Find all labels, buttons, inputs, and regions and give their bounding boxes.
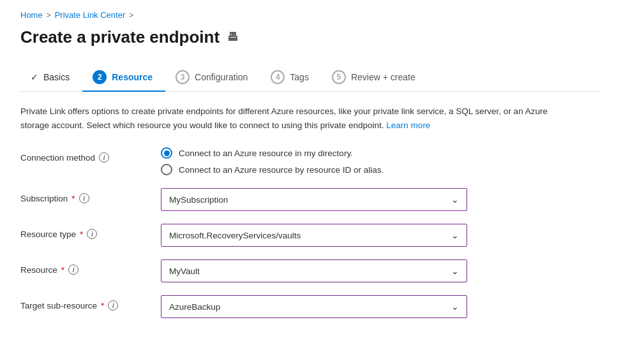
connection-method-label: Connection method i xyxy=(20,147,148,163)
connection-method-row: Connection method i Connect to an Azure … xyxy=(20,147,601,175)
connection-method-controls: Connect to an Azure resource in my direc… xyxy=(161,147,601,175)
wizard-tabs: ✓ Basics 2 Resource 3 Configuration 4 Ta… xyxy=(20,65,601,92)
subscription-dropdown-arrow: ⌄ xyxy=(451,194,459,205)
resource-type-dropdown[interactable]: Microsoft.RecoveryServices/vaults ⌄ xyxy=(161,224,467,247)
tab-basics-check: ✓ xyxy=(31,72,38,82)
subscription-control: MySubscription ⌄ xyxy=(161,188,601,211)
tab-configuration-circle: 3 xyxy=(176,70,190,84)
section-description: Private Link offers options to create pr… xyxy=(20,105,569,132)
tab-resource-circle: 2 xyxy=(93,70,107,84)
tab-configuration-label: Configuration xyxy=(195,72,248,82)
resource-dropdown[interactable]: MyVault ⌄ xyxy=(161,259,467,282)
resource-required: * xyxy=(61,265,64,275)
target-sub-resource-dropdown-arrow: ⌄ xyxy=(451,302,459,312)
page-title-container: Create a private endpoint 🖶 xyxy=(20,27,601,47)
radio-resource-id-label: Connect to an Azure resource by resource… xyxy=(179,165,384,175)
subscription-info-icon[interactable]: i xyxy=(79,193,89,203)
tab-review-create[interactable]: 5 Review + create xyxy=(322,65,428,92)
learn-more-link[interactable]: Learn more xyxy=(386,120,430,130)
tab-configuration[interactable]: 3 Configuration xyxy=(165,65,260,92)
resource-form: Connection method i Connect to an Azure … xyxy=(20,147,601,318)
radio-option-resource-id[interactable]: Connect to an Azure resource by resource… xyxy=(161,164,601,175)
resource-row: Resource * i MyVault ⌄ xyxy=(20,259,601,282)
target-sub-resource-dropdown[interactable]: AzureBackup ⌄ xyxy=(161,295,467,318)
tab-tags-circle: 4 xyxy=(271,70,285,84)
breadcrumb-private-link[interactable]: Private Link Center xyxy=(55,10,126,20)
tab-review-circle: 5 xyxy=(332,70,346,84)
target-sub-resource-control: AzureBackup ⌄ xyxy=(161,295,601,318)
radio-resource-id-outer xyxy=(161,164,172,175)
breadcrumb: Home > Private Link Center > xyxy=(20,10,601,20)
target-sub-resource-row: Target sub-resource * i AzureBackup ⌄ xyxy=(20,295,601,318)
target-sub-resource-required: * xyxy=(101,301,104,310)
resource-type-label: Resource type * i xyxy=(20,224,148,239)
target-sub-resource-label: Target sub-resource * i xyxy=(20,295,148,310)
connection-method-info-icon[interactable]: i xyxy=(99,152,109,163)
resource-control: MyVault ⌄ xyxy=(161,259,601,282)
subscription-dropdown[interactable]: MySubscription ⌄ xyxy=(161,188,467,211)
radio-option-directory[interactable]: Connect to an Azure resource in my direc… xyxy=(161,147,601,159)
tab-basics-label: Basics xyxy=(43,72,70,82)
subscription-row: Subscription * i MySubscription ⌄ xyxy=(20,188,601,211)
subscription-required: * xyxy=(71,194,75,203)
radio-directory-outer xyxy=(161,147,172,159)
resource-type-dropdown-arrow: ⌄ xyxy=(451,230,459,240)
breadcrumb-sep-2: > xyxy=(129,11,133,20)
radio-group-connection: Connect to an Azure resource in my direc… xyxy=(161,147,601,175)
print-icon[interactable]: 🖶 xyxy=(227,31,239,44)
resource-type-value: Microsoft.RecoveryServices/vaults xyxy=(169,231,301,240)
target-sub-resource-value: AzureBackup xyxy=(169,302,220,312)
resource-value: MyVault xyxy=(169,266,200,276)
resource-type-info-icon[interactable]: i xyxy=(87,229,97,239)
target-sub-resource-info-icon[interactable]: i xyxy=(108,300,118,310)
tab-tags[interactable]: 4 Tags xyxy=(260,65,322,92)
page-title: Create a private endpoint xyxy=(20,27,220,47)
resource-type-row: Resource type * i Microsoft.RecoveryServ… xyxy=(20,224,601,247)
radio-directory-label: Connect to an Azure resource in my direc… xyxy=(179,149,353,158)
tab-review-label: Review + create xyxy=(351,72,415,82)
subscription-label: Subscription * i xyxy=(20,188,148,203)
resource-label: Resource * i xyxy=(20,259,148,275)
resource-type-required: * xyxy=(80,229,83,239)
breadcrumb-home[interactable]: Home xyxy=(20,10,43,20)
tab-tags-label: Tags xyxy=(290,72,309,82)
resource-type-control: Microsoft.RecoveryServices/vaults ⌄ xyxy=(161,224,601,247)
subscription-value: MySubscription xyxy=(169,195,228,205)
radio-directory-inner xyxy=(164,150,170,156)
resource-info-icon[interactable]: i xyxy=(68,265,79,275)
tab-resource[interactable]: 2 Resource xyxy=(82,65,165,92)
breadcrumb-sep-1: > xyxy=(47,11,51,20)
resource-dropdown-arrow: ⌄ xyxy=(451,266,459,276)
tab-resource-label: Resource xyxy=(112,72,153,82)
tab-basics[interactable]: ✓ Basics xyxy=(20,67,82,90)
